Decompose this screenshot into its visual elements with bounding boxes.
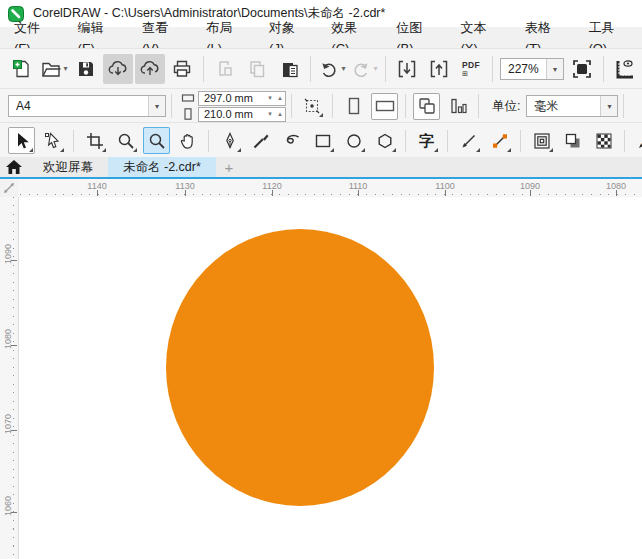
zoom-tool-active[interactable]	[143, 127, 170, 154]
document-tab-bar: 欢迎屏幕 未命名 -2.cdr* +	[0, 157, 642, 179]
separator	[478, 94, 479, 118]
cloud-download-button[interactable]	[103, 54, 133, 84]
separator	[73, 130, 74, 152]
curve-tool[interactable]	[278, 127, 305, 154]
spinner-down-icon: ▾	[265, 94, 275, 102]
page-size-caret[interactable]: ▾	[148, 96, 165, 116]
page-height-spinner[interactable]: ▾ ▴	[265, 108, 285, 121]
drop-shadow-tool[interactable]	[559, 127, 586, 154]
pick-tool[interactable]	[8, 127, 35, 154]
landscape-orientation-button[interactable]	[371, 93, 398, 120]
new-tab-button[interactable]: +	[216, 157, 242, 177]
text-tool-icon: 字	[419, 133, 434, 148]
coreldraw-window: CorelDRAW - C:\Users\Administrator\Docum…	[0, 0, 642, 559]
polygon-icon	[375, 131, 395, 151]
fullscreen-icon	[570, 57, 594, 81]
undo-dropdown-caret[interactable]: ▾	[341, 65, 345, 73]
canvas-circle[interactable]	[166, 229, 434, 506]
fullscreen-button[interactable]	[567, 54, 597, 84]
shape-tool[interactable]	[39, 127, 66, 154]
color-eyedropper-tool[interactable]	[632, 127, 642, 154]
text-tool[interactable]: 字	[413, 127, 440, 154]
save-button[interactable]	[71, 54, 101, 84]
separator	[291, 94, 292, 118]
polygon-tool[interactable]	[371, 127, 398, 154]
zoom-level-caret[interactable]: ▾	[546, 59, 563, 79]
nudge-offset-button[interactable]	[299, 93, 325, 119]
h-ruler-major-tick	[185, 190, 186, 196]
units-combobox[interactable]: 毫米 ▾	[526, 95, 618, 117]
home-button[interactable]	[0, 157, 28, 177]
undo-icon	[318, 58, 340, 80]
open-folder-icon	[40, 58, 62, 80]
page-width-field[interactable]: 297.0 mm ▾ ▴	[198, 91, 286, 106]
page-width-icon	[181, 92, 195, 104]
open-dropdown-caret[interactable]: ▾	[63, 65, 67, 73]
separator	[624, 130, 625, 152]
connector-tool[interactable]	[486, 127, 513, 154]
drawing-canvas[interactable]	[19, 197, 642, 559]
pan-tool[interactable]	[174, 127, 201, 154]
contour-tool[interactable]	[528, 127, 555, 154]
artistic-media-tool[interactable]	[247, 127, 274, 154]
drop-shadow-icon	[563, 131, 583, 151]
all-pages-icon	[417, 96, 437, 116]
v-ruler-label: 1060	[3, 493, 13, 519]
redo-button-disabled: ▾	[349, 54, 379, 84]
page-size-value[interactable]: A4	[9, 96, 148, 116]
new-document-button[interactable]	[7, 54, 37, 84]
horizontal-ruler[interactable]: 1140113011201110110010901080	[0, 179, 642, 197]
crop-tool[interactable]	[81, 127, 108, 154]
page-width-spinner[interactable]: ▾ ▴	[265, 92, 285, 105]
separator	[171, 94, 172, 118]
page-size-combobox[interactable]: A4 ▾	[8, 95, 166, 117]
portrait-orientation-button[interactable]	[340, 93, 367, 120]
export-button[interactable]	[424, 54, 454, 84]
undo-button[interactable]: ▾	[317, 54, 347, 84]
ellipse-icon	[344, 131, 364, 151]
v-ruler-label: 1090	[3, 241, 13, 267]
vertical-ruler[interactable]: 1090108010701060	[0, 197, 19, 559]
zoom-tool-flyout[interactable]	[112, 127, 139, 154]
units-caret[interactable]: ▾	[600, 96, 617, 116]
v-ruler-major-tick	[11, 260, 17, 261]
current-page-button[interactable]	[444, 93, 471, 120]
standard-toolbar: ▾	[0, 48, 642, 89]
ellipse-tool[interactable]	[340, 127, 367, 154]
pick-tool-icon	[12, 131, 32, 151]
rectangle-tool[interactable]	[309, 127, 336, 154]
pen-nib-icon	[220, 131, 240, 151]
crop-tool-icon	[85, 131, 105, 151]
copy-button-disabled	[242, 54, 272, 84]
dimension-tool[interactable]	[455, 127, 482, 154]
zoom-level-value[interactable]: 227%	[501, 59, 546, 79]
open-button[interactable]: ▾	[39, 54, 69, 84]
transparency-tool[interactable]	[590, 127, 617, 154]
paste-button[interactable]	[274, 54, 304, 84]
cloud-download-icon	[106, 57, 130, 81]
publish-pdf-button[interactable]: PDF ⊞	[456, 54, 486, 84]
tab-document[interactable]: 未命名 -2.cdr*	[108, 157, 216, 177]
contour-icon	[532, 131, 552, 151]
print-icon	[171, 58, 193, 80]
ruler-origin-button[interactable]	[0, 179, 18, 197]
zoom-level-combobox[interactable]: 227% ▾	[500, 58, 564, 80]
transparency-icon	[594, 131, 614, 151]
units-value[interactable]: 毫米	[527, 96, 600, 116]
print-button[interactable]	[167, 54, 197, 84]
tab-label: 未命名 -2.cdr*	[123, 159, 201, 176]
separator	[623, 94, 624, 118]
tab-welcome-screen[interactable]: 欢迎屏幕	[28, 157, 108, 177]
tab-label: 欢迎屏幕	[43, 159, 93, 176]
import-button[interactable]	[392, 54, 422, 84]
all-pages-button[interactable]	[413, 93, 440, 120]
show-rulers-button[interactable]	[610, 54, 640, 84]
separator	[332, 94, 333, 118]
page-height-field[interactable]: 210.0 mm ▾ ▴	[198, 107, 286, 122]
ruler-minor-ticks	[20, 194, 642, 195]
h-ruler-major-tick	[272, 190, 273, 196]
brush-icon	[251, 131, 271, 151]
cloud-upload-button[interactable]	[135, 54, 165, 84]
pen-tool[interactable]	[216, 127, 243, 154]
redo-dropdown-caret: ▾	[373, 65, 377, 73]
